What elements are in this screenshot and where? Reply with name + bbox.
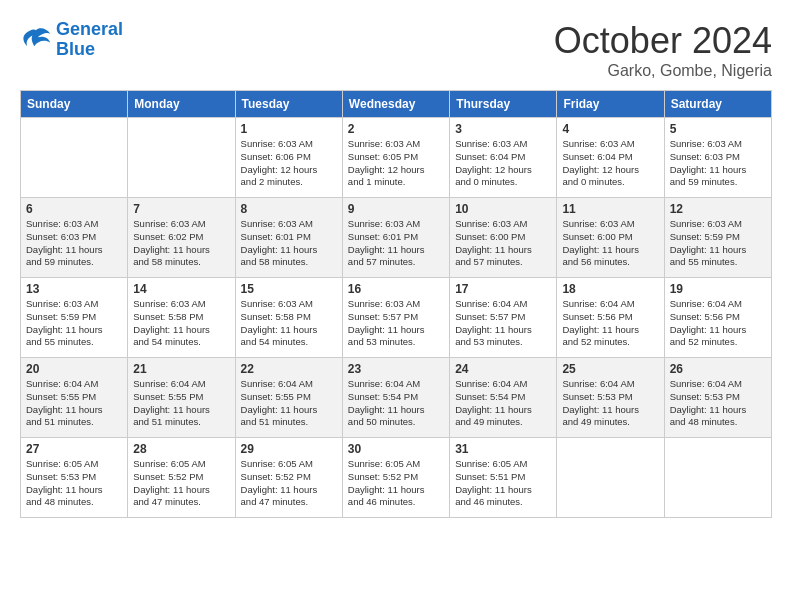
calendar-cell: 6Sunrise: 6:03 AM Sunset: 6:03 PM Daylig… xyxy=(21,198,128,278)
cell-daylight-info: Sunrise: 6:03 AM Sunset: 5:59 PM Dayligh… xyxy=(26,298,122,349)
cell-daylight-info: Sunrise: 6:03 AM Sunset: 6:00 PM Dayligh… xyxy=(562,218,658,269)
cell-daylight-info: Sunrise: 6:04 AM Sunset: 5:53 PM Dayligh… xyxy=(562,378,658,429)
day-number: 17 xyxy=(455,282,551,296)
calendar-cell: 16Sunrise: 6:03 AM Sunset: 5:57 PM Dayli… xyxy=(342,278,449,358)
day-number: 6 xyxy=(26,202,122,216)
cell-daylight-info: Sunrise: 6:05 AM Sunset: 5:53 PM Dayligh… xyxy=(26,458,122,509)
day-number: 4 xyxy=(562,122,658,136)
calendar-cell: 10Sunrise: 6:03 AM Sunset: 6:00 PM Dayli… xyxy=(450,198,557,278)
day-number: 24 xyxy=(455,362,551,376)
day-number: 23 xyxy=(348,362,444,376)
cell-daylight-info: Sunrise: 6:03 AM Sunset: 6:04 PM Dayligh… xyxy=(562,138,658,189)
cell-daylight-info: Sunrise: 6:03 AM Sunset: 6:03 PM Dayligh… xyxy=(670,138,766,189)
col-header-thursday: Thursday xyxy=(450,91,557,118)
calendar-cell: 20Sunrise: 6:04 AM Sunset: 5:55 PM Dayli… xyxy=(21,358,128,438)
day-number: 16 xyxy=(348,282,444,296)
week-row-1: 1Sunrise: 6:03 AM Sunset: 6:06 PM Daylig… xyxy=(21,118,772,198)
page-header: General Blue October 2024 Garko, Gombe, … xyxy=(20,20,772,80)
logo-text: General Blue xyxy=(56,20,123,60)
cell-daylight-info: Sunrise: 6:03 AM Sunset: 6:06 PM Dayligh… xyxy=(241,138,337,189)
cell-daylight-info: Sunrise: 6:04 AM Sunset: 5:55 PM Dayligh… xyxy=(26,378,122,429)
calendar-cell: 22Sunrise: 6:04 AM Sunset: 5:55 PM Dayli… xyxy=(235,358,342,438)
calendar-cell xyxy=(557,438,664,518)
day-number: 2 xyxy=(348,122,444,136)
col-header-monday: Monday xyxy=(128,91,235,118)
cell-daylight-info: Sunrise: 6:03 AM Sunset: 6:01 PM Dayligh… xyxy=(348,218,444,269)
cell-daylight-info: Sunrise: 6:05 AM Sunset: 5:51 PM Dayligh… xyxy=(455,458,551,509)
day-number: 22 xyxy=(241,362,337,376)
title-block: October 2024 Garko, Gombe, Nigeria xyxy=(554,20,772,80)
col-header-sunday: Sunday xyxy=(21,91,128,118)
calendar-cell: 21Sunrise: 6:04 AM Sunset: 5:55 PM Dayli… xyxy=(128,358,235,438)
cell-daylight-info: Sunrise: 6:03 AM Sunset: 6:05 PM Dayligh… xyxy=(348,138,444,189)
calendar-cell: 18Sunrise: 6:04 AM Sunset: 5:56 PM Dayli… xyxy=(557,278,664,358)
calendar-cell: 26Sunrise: 6:04 AM Sunset: 5:53 PM Dayli… xyxy=(664,358,771,438)
calendar-cell: 25Sunrise: 6:04 AM Sunset: 5:53 PM Dayli… xyxy=(557,358,664,438)
day-number: 13 xyxy=(26,282,122,296)
calendar-cell: 15Sunrise: 6:03 AM Sunset: 5:58 PM Dayli… xyxy=(235,278,342,358)
day-number: 10 xyxy=(455,202,551,216)
cell-daylight-info: Sunrise: 6:04 AM Sunset: 5:55 PM Dayligh… xyxy=(241,378,337,429)
cell-daylight-info: Sunrise: 6:03 AM Sunset: 6:03 PM Dayligh… xyxy=(26,218,122,269)
calendar-cell: 31Sunrise: 6:05 AM Sunset: 5:51 PM Dayli… xyxy=(450,438,557,518)
day-number: 5 xyxy=(670,122,766,136)
calendar-cell: 9Sunrise: 6:03 AM Sunset: 6:01 PM Daylig… xyxy=(342,198,449,278)
calendar-cell xyxy=(128,118,235,198)
col-header-saturday: Saturday xyxy=(664,91,771,118)
col-header-tuesday: Tuesday xyxy=(235,91,342,118)
day-number: 18 xyxy=(562,282,658,296)
calendar-cell: 19Sunrise: 6:04 AM Sunset: 5:56 PM Dayli… xyxy=(664,278,771,358)
day-number: 30 xyxy=(348,442,444,456)
calendar-cell: 11Sunrise: 6:03 AM Sunset: 6:00 PM Dayli… xyxy=(557,198,664,278)
day-number: 31 xyxy=(455,442,551,456)
cell-daylight-info: Sunrise: 6:03 AM Sunset: 5:58 PM Dayligh… xyxy=(133,298,229,349)
cell-daylight-info: Sunrise: 6:04 AM Sunset: 5:53 PM Dayligh… xyxy=(670,378,766,429)
day-number: 28 xyxy=(133,442,229,456)
day-number: 9 xyxy=(348,202,444,216)
calendar-cell: 29Sunrise: 6:05 AM Sunset: 5:52 PM Dayli… xyxy=(235,438,342,518)
day-number: 8 xyxy=(241,202,337,216)
day-number: 12 xyxy=(670,202,766,216)
day-number: 14 xyxy=(133,282,229,296)
logo: General Blue xyxy=(20,20,123,60)
logo-icon xyxy=(20,26,52,54)
calendar-cell: 2Sunrise: 6:03 AM Sunset: 6:05 PM Daylig… xyxy=(342,118,449,198)
calendar-cell: 13Sunrise: 6:03 AM Sunset: 5:59 PM Dayli… xyxy=(21,278,128,358)
calendar-cell: 24Sunrise: 6:04 AM Sunset: 5:54 PM Dayli… xyxy=(450,358,557,438)
cell-daylight-info: Sunrise: 6:04 AM Sunset: 5:57 PM Dayligh… xyxy=(455,298,551,349)
day-number: 25 xyxy=(562,362,658,376)
cell-daylight-info: Sunrise: 6:03 AM Sunset: 5:58 PM Dayligh… xyxy=(241,298,337,349)
day-number: 21 xyxy=(133,362,229,376)
location-subtitle: Garko, Gombe, Nigeria xyxy=(554,62,772,80)
cell-daylight-info: Sunrise: 6:05 AM Sunset: 5:52 PM Dayligh… xyxy=(133,458,229,509)
calendar-cell: 4Sunrise: 6:03 AM Sunset: 6:04 PM Daylig… xyxy=(557,118,664,198)
week-row-3: 13Sunrise: 6:03 AM Sunset: 5:59 PM Dayli… xyxy=(21,278,772,358)
day-number: 29 xyxy=(241,442,337,456)
col-header-wednesday: Wednesday xyxy=(342,91,449,118)
cell-daylight-info: Sunrise: 6:03 AM Sunset: 5:59 PM Dayligh… xyxy=(670,218,766,269)
calendar-header-row: SundayMondayTuesdayWednesdayThursdayFrid… xyxy=(21,91,772,118)
calendar-cell: 7Sunrise: 6:03 AM Sunset: 6:02 PM Daylig… xyxy=(128,198,235,278)
day-number: 26 xyxy=(670,362,766,376)
calendar-cell: 27Sunrise: 6:05 AM Sunset: 5:53 PM Dayli… xyxy=(21,438,128,518)
day-number: 7 xyxy=(133,202,229,216)
calendar-cell: 12Sunrise: 6:03 AM Sunset: 5:59 PM Dayli… xyxy=(664,198,771,278)
week-row-5: 27Sunrise: 6:05 AM Sunset: 5:53 PM Dayli… xyxy=(21,438,772,518)
day-number: 19 xyxy=(670,282,766,296)
calendar-cell: 14Sunrise: 6:03 AM Sunset: 5:58 PM Dayli… xyxy=(128,278,235,358)
day-number: 27 xyxy=(26,442,122,456)
cell-daylight-info: Sunrise: 6:05 AM Sunset: 5:52 PM Dayligh… xyxy=(241,458,337,509)
cell-daylight-info: Sunrise: 6:03 AM Sunset: 6:00 PM Dayligh… xyxy=(455,218,551,269)
day-number: 20 xyxy=(26,362,122,376)
calendar-cell: 23Sunrise: 6:04 AM Sunset: 5:54 PM Dayli… xyxy=(342,358,449,438)
calendar-cell: 1Sunrise: 6:03 AM Sunset: 6:06 PM Daylig… xyxy=(235,118,342,198)
cell-daylight-info: Sunrise: 6:04 AM Sunset: 5:56 PM Dayligh… xyxy=(670,298,766,349)
calendar-cell xyxy=(664,438,771,518)
week-row-2: 6Sunrise: 6:03 AM Sunset: 6:03 PM Daylig… xyxy=(21,198,772,278)
calendar-cell xyxy=(21,118,128,198)
calendar-cell: 30Sunrise: 6:05 AM Sunset: 5:52 PM Dayli… xyxy=(342,438,449,518)
calendar-cell: 3Sunrise: 6:03 AM Sunset: 6:04 PM Daylig… xyxy=(450,118,557,198)
cell-daylight-info: Sunrise: 6:03 AM Sunset: 6:04 PM Dayligh… xyxy=(455,138,551,189)
col-header-friday: Friday xyxy=(557,91,664,118)
cell-daylight-info: Sunrise: 6:05 AM Sunset: 5:52 PM Dayligh… xyxy=(348,458,444,509)
